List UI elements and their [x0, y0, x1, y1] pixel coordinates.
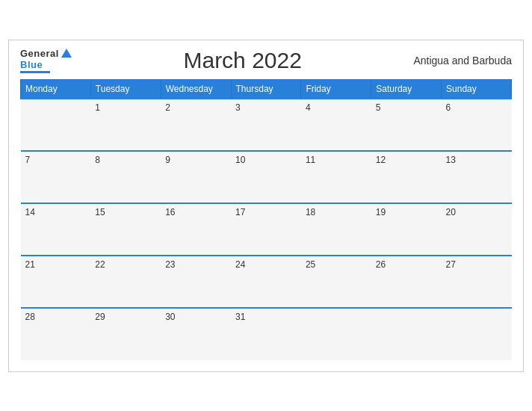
- day-cell-13: 13: [442, 151, 512, 203]
- weekday-header-monday: Monday: [21, 79, 91, 99]
- logo-general-text: General: [20, 48, 59, 59]
- day-number: 18: [306, 207, 315, 217]
- day-number: 6: [446, 102, 451, 113]
- weekday-header-thursday: Thursday: [231, 79, 301, 99]
- day-cell-26: 26: [371, 256, 442, 308]
- day-cell-9: 9: [161, 151, 231, 203]
- day-cell-22: 22: [90, 256, 161, 308]
- day-cell-14: 14: [21, 203, 91, 256]
- day-number: 1: [95, 102, 100, 113]
- day-number: 19: [376, 207, 386, 217]
- weekday-header-saturday: Saturday: [371, 79, 442, 99]
- weekday-header-sunday: Sunday: [442, 79, 512, 99]
- weekday-header-wednesday: Wednesday: [161, 79, 231, 99]
- day-number: 23: [165, 259, 175, 270]
- day-number: 12: [376, 155, 386, 165]
- day-number: 26: [376, 259, 386, 270]
- day-cell-25: 25: [301, 256, 371, 308]
- weekday-header-row: MondayTuesdayWednesdayThursdayFridaySatu…: [21, 79, 512, 99]
- week-row-5: 28293031: [21, 308, 512, 360]
- day-number: 8: [95, 155, 100, 165]
- day-cell-31: 31: [231, 308, 301, 360]
- day-number: 31: [235, 312, 245, 322]
- day-cell-7: 7: [21, 151, 91, 203]
- day-cell-24: 24: [231, 256, 301, 308]
- day-number: 4: [306, 102, 311, 113]
- empty-cell: [442, 308, 512, 360]
- day-cell-15: 15: [90, 203, 161, 256]
- week-row-1: 123456: [21, 99, 512, 151]
- day-number: 3: [235, 102, 241, 113]
- week-row-3: 14151617181920: [21, 203, 512, 256]
- day-cell-27: 27: [442, 256, 512, 308]
- day-cell-21: 21: [21, 256, 91, 308]
- weekday-header-friday: Friday: [301, 79, 371, 99]
- calendar-container: General Blue March 2022 Antigua and Barb…: [8, 40, 524, 372]
- day-cell-17: 17: [231, 203, 301, 256]
- day-number: 9: [165, 155, 170, 165]
- calendar-header: General Blue March 2022 Antigua and Barb…: [20, 48, 512, 73]
- day-number: 15: [95, 207, 105, 217]
- day-number: 14: [25, 207, 35, 217]
- day-cell-12: 12: [371, 151, 442, 203]
- day-number: 30: [165, 312, 175, 322]
- day-cell-20: 20: [442, 203, 512, 256]
- day-cell-2: 2: [161, 99, 231, 151]
- weekday-header-tuesday: Tuesday: [90, 79, 161, 99]
- day-cell-8: 8: [90, 151, 161, 203]
- logo-blue-text: Blue: [20, 59, 43, 70]
- day-number: 22: [95, 259, 105, 270]
- day-cell-3: 3: [231, 99, 301, 151]
- day-cell-23: 23: [161, 256, 231, 308]
- logo-underline: [20, 71, 50, 73]
- day-cell-28: 28: [21, 308, 91, 360]
- day-number: 21: [25, 259, 35, 270]
- day-cell-10: 10: [231, 151, 301, 203]
- day-number: 10: [235, 155, 245, 165]
- day-cell-18: 18: [301, 203, 371, 256]
- day-cell-19: 19: [371, 203, 442, 256]
- empty-cell: [301, 308, 371, 360]
- day-cell-6: 6: [442, 99, 512, 151]
- empty-cell: [21, 99, 91, 151]
- day-number: 16: [165, 207, 175, 217]
- day-cell-16: 16: [161, 203, 231, 256]
- day-number: 29: [95, 312, 105, 322]
- day-number: 2: [165, 102, 170, 113]
- logo: General Blue: [20, 48, 72, 73]
- day-cell-30: 30: [161, 308, 231, 360]
- day-number: 20: [446, 207, 456, 217]
- week-row-2: 78910111213: [21, 151, 512, 203]
- day-cell-1: 1: [90, 99, 161, 151]
- day-number: 28: [25, 312, 35, 322]
- week-row-4: 21222324252627: [21, 256, 512, 308]
- day-number: 25: [306, 259, 315, 270]
- calendar-grid: MondayTuesdayWednesdayThursdayFridaySatu…: [20, 79, 512, 360]
- day-number: 5: [376, 102, 381, 113]
- calendar-title: March 2022: [183, 48, 301, 73]
- day-cell-4: 4: [301, 99, 371, 151]
- day-number: 7: [25, 155, 31, 165]
- day-number: 24: [235, 259, 245, 270]
- day-number: 13: [446, 155, 456, 165]
- day-cell-29: 29: [90, 308, 161, 360]
- calendar-country: Antigua and Barbuda: [413, 55, 512, 67]
- day-number: 11: [306, 155, 315, 165]
- logo-triangle-icon: [61, 49, 72, 58]
- day-cell-11: 11: [301, 151, 371, 203]
- day-cell-5: 5: [371, 99, 442, 151]
- day-number: 27: [446, 259, 456, 270]
- day-number: 17: [235, 207, 245, 217]
- empty-cell: [371, 308, 442, 360]
